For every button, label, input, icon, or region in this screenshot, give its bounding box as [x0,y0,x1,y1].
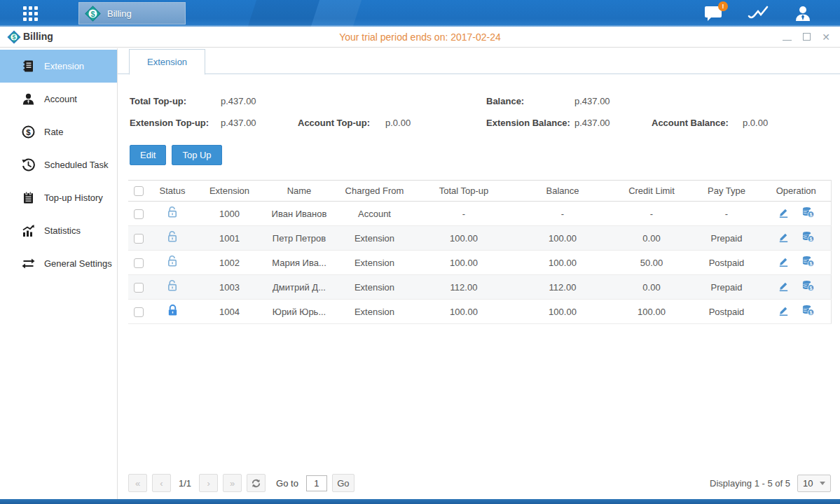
column-header-operation[interactable]: Operation [762,181,831,202]
taskbar-texture [311,0,362,27]
chat-button[interactable]: ! [703,4,724,22]
ledger-icon [22,59,35,73]
balance-value: p.437.00 [574,96,610,106]
maximize-button[interactable] [803,32,811,42]
goto-page-input[interactable] [306,475,327,491]
tab-extension[interactable]: Extension [129,49,205,75]
account-topup-label: Account Top-up: [298,118,370,128]
svg-text:$: $ [809,261,812,267]
column-header-total-top-up[interactable]: Total Top-up [414,181,514,202]
topup-extension-button[interactable]: $ [801,206,815,220]
column-header-name[interactable]: Name [263,181,335,202]
edit-pencil-icon [778,280,790,294]
column-header-credit-limit[interactable]: Credit Limit [612,181,691,202]
column-header-extension[interactable]: Extension [195,181,263,202]
row-checkbox[interactable] [134,209,144,219]
stats-chart-icon [22,224,35,237]
main-panel: Extension Total Top-up: p.437.00 Balance… [118,48,840,499]
lock-closed-icon [167,309,179,319]
sidebar-item-rate[interactable]: $Rate [0,115,117,148]
goto-label: Go to [276,478,298,489]
account-balance-label: Account Balance: [652,118,729,128]
page-size-value: 10 [803,478,813,489]
user-account-button[interactable] [792,4,813,22]
topup-extension-button[interactable]: $ [801,304,815,318]
column-header-status[interactable]: Status [149,181,195,202]
row-checkbox[interactable] [134,234,144,244]
user-icon [794,4,812,22]
minimize-button[interactable] [783,32,792,42]
sidebar-item-general-settings[interactable]: General Settings [0,247,117,280]
row-checkbox[interactable] [134,258,144,268]
next-page-button[interactable]: › [199,474,218,492]
sidebar-item-scheduled-task[interactable]: Scheduled Task [0,148,117,181]
dollar-coin-icon: $ [22,125,35,139]
balance: 100.00 [549,233,577,244]
taskbar-tab-billing[interactable]: $ Billing [78,2,186,24]
edit-extension-button[interactable] [778,231,790,245]
taskbar-texture [248,0,319,27]
sidebar-item-statistics[interactable]: Statistics [0,214,117,247]
edit-extension-button[interactable] [778,280,790,294]
lock-open-icon [167,235,179,246]
edit-pencil-icon [778,231,790,245]
sidebar-item-extension[interactable]: Extension [0,50,117,83]
edit-extension-button[interactable] [778,255,790,270]
tab-strip: Extension [118,48,840,74]
extension-topup-value: p.437.00 [221,118,256,128]
notification-badge: ! [718,1,728,11]
page-size-select[interactable]: 10 [797,475,831,492]
extension-name: Юрий Юрь... [273,307,326,317]
sidebar-item-label: Statistics [44,225,81,236]
topup-extension-button[interactable]: $ [801,255,815,270]
column-header-balance[interactable]: Balance [514,181,612,202]
go-button[interactable]: Go [332,474,354,492]
refresh-button[interactable] [247,474,266,492]
edit-pencil-icon [778,255,790,270]
pay-type: Prepaid [711,282,743,293]
taskbar: $ Billing ! [0,0,840,27]
sidebar: ExtensionAccount$RateScheduled TaskTop-u… [0,48,118,499]
column-header-charged-from[interactable]: Charged From [335,181,414,202]
svg-text:$: $ [26,128,31,136]
total-topup: 100.00 [450,307,478,317]
person-icon [22,92,35,106]
prev-page-button[interactable]: ‹ [152,474,171,492]
extension-name: Иван Иванов [272,209,327,219]
sidebar-item-top-up-history[interactable]: Top-up History [0,181,117,214]
balance: 100.00 [549,258,577,268]
topup-extension-button[interactable]: $ [801,231,815,245]
coins-topup-icon: $ [801,304,815,318]
column-header-pay-type[interactable]: Pay Type [691,181,762,202]
first-page-button[interactable]: « [128,474,147,492]
refresh-icon [251,478,261,489]
row-checkbox[interactable] [134,283,144,293]
extension-balance-value: p.437.00 [574,118,610,128]
total-topup: 112.00 [450,282,478,293]
credit-limit: 0.00 [642,282,660,293]
statistics-monitor-button[interactable] [748,4,769,22]
edit-extension-button[interactable] [778,304,790,318]
svg-text:$: $ [809,237,812,242]
select-all-checkbox[interactable] [134,186,144,196]
svg-text:$: $ [809,286,812,291]
edit-extension-button[interactable] [778,206,790,220]
total-topup-label: Total Top-up: [130,96,186,106]
history-clock-icon [22,158,35,172]
extension-name: Петр Петров [273,233,326,244]
topup-extension-button[interactable]: $ [801,280,815,294]
edit-button[interactable]: Edit [130,145,166,165]
notebook-icon [22,191,35,204]
extension-number: 1000 [219,209,240,219]
row-checkbox[interactable] [134,307,144,317]
charged-from: Extension [354,282,394,293]
sidebar-item-account[interactable]: Account [0,83,117,115]
app-grid-icon[interactable] [23,6,50,21]
last-page-button[interactable]: » [223,474,242,492]
billing-diamond-icon: $ [84,5,102,22]
close-button[interactable]: ✕ [822,32,830,42]
window-bottom-frame [0,499,840,504]
charged-from: Account [358,209,391,219]
topup-button[interactable]: Top Up [172,145,221,165]
pay-type: Postpaid [709,307,745,317]
